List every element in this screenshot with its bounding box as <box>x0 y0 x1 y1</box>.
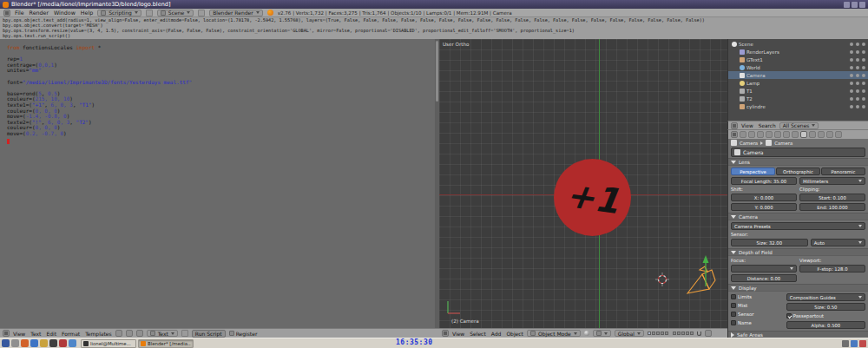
line-numbers-toggle-icon[interactable] <box>115 330 122 337</box>
menu-item[interactable]: Search <box>759 123 776 128</box>
visibility-toggle-icon[interactable] <box>850 43 853 46</box>
outliner-editor-icon[interactable] <box>731 122 738 129</box>
text-datablock-selector[interactable]: Text <box>147 330 178 337</box>
notification-icon[interactable] <box>859 340 866 347</box>
menu-item[interactable]: Text <box>30 331 41 337</box>
camera-object-icon[interactable] <box>731 140 737 146</box>
properties-panel[interactable]: Camera Camera Camera Lens PerspectiveOrt… <box>727 139 868 338</box>
outliner-item-cylindre[interactable]: cylindre <box>728 102 868 110</box>
checkbox-sensor[interactable]: Sensor <box>731 311 784 318</box>
outliner-item-renderlayers[interactable]: RenderLayers <box>728 48 868 56</box>
add-scene-button[interactable] <box>198 10 205 16</box>
maximize-icon[interactable] <box>852 2 858 8</box>
network-icon[interactable] <box>851 340 858 347</box>
checkbox-name[interactable]: Name <box>731 319 784 326</box>
layer-toggle[interactable] <box>665 332 668 335</box>
layer-toggle[interactable] <box>661 332 664 335</box>
display-size-slider[interactable]: Size: 0.50 <box>786 303 865 311</box>
viewport-shading-icon[interactable] <box>584 331 589 336</box>
outliner-filter-selector[interactable]: All Scenes <box>779 122 819 129</box>
menu-item[interactable]: Add <box>491 331 502 337</box>
panel-header-camera[interactable]: Camera <box>728 213 868 220</box>
translate-manipulator-icon[interactable] <box>703 255 709 286</box>
menu-item[interactable]: View <box>741 123 753 128</box>
renderability-toggle-icon[interactable] <box>862 82 865 85</box>
minimize-icon[interactable] <box>844 2 850 8</box>
taskbar-window-button[interactable]: lionel@Multime... <box>81 339 136 348</box>
tab-particles-icon[interactable] <box>826 131 833 138</box>
menu-item[interactable]: Edit <box>46 331 56 337</box>
focal-length-slider[interactable]: Focal Length: 35.00 <box>731 177 797 185</box>
tab-modifiers-icon[interactable] <box>792 131 799 138</box>
tab-world-icon[interactable] <box>766 131 773 138</box>
panel-header-lens[interactable]: Lens <box>728 158 868 166</box>
run-script-button[interactable]: Run Script <box>192 330 226 338</box>
layer-toggle[interactable] <box>686 332 689 335</box>
info-editor-icon[interactable] <box>3 10 10 16</box>
renderability-toggle-icon[interactable] <box>862 97 865 101</box>
menu-item[interactable]: Templates <box>85 331 112 337</box>
tab-render-layers-icon[interactable] <box>748 131 755 138</box>
properties-editor-icon[interactable] <box>731 131 738 138</box>
register-checkbox[interactable]: Register <box>229 330 258 337</box>
visibility-toggle-icon[interactable] <box>850 50 853 54</box>
scene-selector[interactable]: Scene <box>157 10 194 16</box>
menu-item[interactable]: Render <box>30 10 49 16</box>
composition-guides-dropdown[interactable]: Composition Guides <box>786 293 865 301</box>
3d-viewport[interactable]: +1 <box>439 39 727 328</box>
mail-icon[interactable] <box>30 339 38 347</box>
desktop-icon[interactable] <box>11 339 19 347</box>
camera-presets-dropdown[interactable]: Camera Presets <box>731 222 865 230</box>
selectability-toggle-icon[interactable] <box>856 82 859 85</box>
outliner-item-gtext1[interactable]: GText1 <box>728 56 868 63</box>
selectability-toggle-icon[interactable] <box>856 89 859 93</box>
renderability-toggle-icon[interactable] <box>862 43 865 46</box>
lens-unit-dropdown[interactable]: Millimeters <box>799 177 865 185</box>
close-icon[interactable] <box>859 2 865 8</box>
files-icon[interactable] <box>40 339 48 347</box>
clip-start-field[interactable]: Start: 0.100 <box>799 194 865 201</box>
transform-orientation-selector[interactable]: Global <box>615 330 644 337</box>
unlink-text-button[interactable] <box>181 330 188 337</box>
tab-material-icon[interactable] <box>809 131 816 138</box>
viewport-editor-icon[interactable] <box>442 330 449 337</box>
shift-y-field[interactable]: Y: 0.000 <box>731 203 797 211</box>
clip-end-field[interactable]: End: 100.000 <box>799 203 865 211</box>
screen-layout-selector[interactable]: Scripting <box>97 10 141 16</box>
visibility-toggle-icon[interactable] <box>850 58 853 62</box>
outliner[interactable]: SceneRenderLayersGText1WorldCameraLampT1… <box>727 39 868 121</box>
layer-toggle[interactable] <box>690 332 694 335</box>
outliner-item-t1[interactable]: T1 <box>728 87 868 95</box>
lens-type-perspective-button[interactable]: Perspective <box>731 167 775 175</box>
renderability-toggle-icon[interactable] <box>862 50 865 54</box>
tab-texture-icon[interactable] <box>818 131 825 138</box>
render-opengl-icon[interactable] <box>705 330 712 337</box>
info-log[interactable]: bpy.ops.object.text_add(radius=1, view_a… <box>0 17 868 39</box>
layer-toggle[interactable] <box>648 332 651 335</box>
menu-item[interactable]: Object <box>506 331 523 337</box>
renderability-toggle-icon[interactable] <box>862 66 865 69</box>
render-engine-selector[interactable]: Blender Render <box>209 10 263 16</box>
selectability-toggle-icon[interactable] <box>856 66 859 69</box>
fstop-slider[interactable]: F-stop: 128.0 <box>799 265 865 272</box>
menu-item[interactable]: Select <box>470 331 486 337</box>
menu-item[interactable]: File <box>15 10 24 16</box>
terminal-icon[interactable] <box>49 339 57 347</box>
taskbar-window-button[interactable]: Blender* [/media... <box>138 339 194 348</box>
checkbox-mist[interactable]: Mist <box>731 302 784 309</box>
tab-constraints-icon[interactable] <box>783 131 790 138</box>
selectability-toggle-icon[interactable] <box>856 50 859 54</box>
office-icon[interactable] <box>69 339 76 347</box>
tab-scene-icon[interactable] <box>757 131 764 138</box>
menu-icon[interactable] <box>2 339 10 347</box>
logo-disc-object[interactable]: +1 <box>554 159 631 236</box>
sensor-fit-dropdown[interactable]: Auto <box>811 239 865 246</box>
datablock-name-field[interactable]: Camera <box>731 148 865 157</box>
selectability-toggle-icon[interactable] <box>856 105 859 108</box>
menu-item[interactable]: Help <box>81 10 93 16</box>
word-wrap-toggle-icon[interactable] <box>126 330 133 337</box>
renderability-toggle-icon[interactable] <box>862 105 865 108</box>
visibility-toggle-icon[interactable] <box>850 89 853 93</box>
pivot-selector[interactable] <box>593 330 611 337</box>
tab-render-icon[interactable] <box>740 131 746 138</box>
